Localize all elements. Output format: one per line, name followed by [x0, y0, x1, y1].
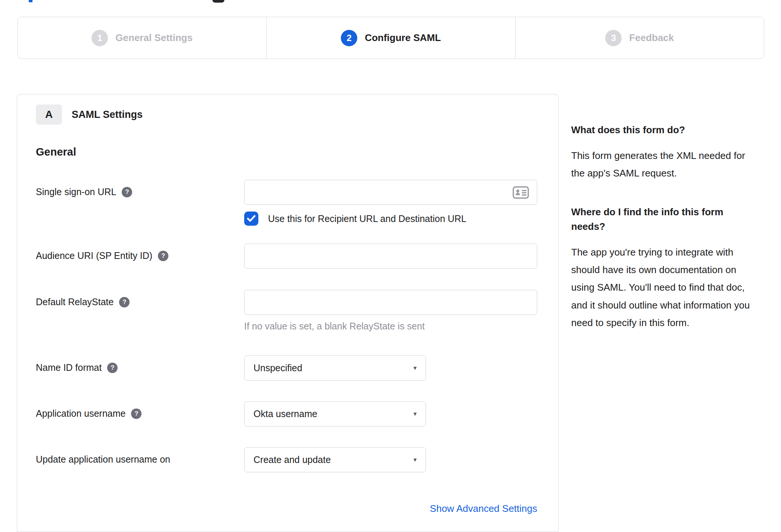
- select-value: Okta username: [253, 409, 317, 419]
- field-label: Application username: [36, 408, 125, 419]
- panel-bottom-divider: [17, 531, 558, 532]
- step-label: Configure SAML: [365, 32, 441, 44]
- sidebar-heading-what: What does this form do?: [571, 123, 760, 137]
- select-value: Create and update: [253, 454, 331, 465]
- field-label: Single sign-on URL: [36, 186, 116, 198]
- group-title: General: [36, 146, 537, 158]
- sidebar-body-what: This form generates the XML needed for t…: [571, 147, 760, 182]
- sidebar-heading-where: Where do I find the info this form needs…: [571, 205, 760, 234]
- help-icon[interactable]: ?: [107, 363, 118, 373]
- section-title: SAML Settings: [72, 109, 143, 121]
- use-for-recipient-checkbox[interactable]: [244, 212, 258, 226]
- default-relaystate-input[interactable]: [244, 290, 537, 315]
- update-application-username-select[interactable]: Create and update ▾: [244, 447, 426, 472]
- field-row-application-username: Application username ? Okta username ▾: [36, 401, 537, 426]
- help-icon[interactable]: ?: [158, 251, 168, 261]
- field-row-name-id-format: Name ID format ? Unspecified ▾: [36, 356, 537, 381]
- field-label: Audience URI (SP Entity ID): [36, 250, 152, 262]
- step-label: Feedback: [629, 32, 674, 44]
- step-number-badge: 3: [605, 30, 622, 46]
- show-advanced-settings-link[interactable]: Show Advanced Settings: [430, 503, 537, 514]
- chevron-down-icon: ▾: [413, 364, 417, 372]
- help-icon[interactable]: ?: [119, 297, 130, 307]
- step-label: General Settings: [115, 32, 193, 44]
- content-area: A SAML Settings General Single sign-on U…: [0, 94, 781, 532]
- help-icon[interactable]: ?: [131, 409, 141, 419]
- relaystate-hint: If no value is set, a blank RelayState i…: [244, 321, 537, 332]
- cropped-header-artifact-blue: [29, 0, 32, 2]
- name-id-format-select[interactable]: Unspecified ▾: [244, 356, 426, 381]
- audience-uri-input[interactable]: [244, 244, 537, 269]
- saml-settings-panel: A SAML Settings General Single sign-on U…: [17, 94, 558, 532]
- panel-header: A SAML Settings: [36, 104, 537, 125]
- step-number-badge: 2: [341, 30, 357, 46]
- wizard-stepper: 1 General Settings 2 Configure SAML 3 Fe…: [18, 17, 764, 59]
- chevron-down-icon: ▾: [413, 456, 417, 464]
- field-row-audience-uri: Audience URI (SP Entity ID) ?: [36, 244, 537, 269]
- single-sign-on-url-input[interactable]: [244, 180, 537, 205]
- step-configure-saml[interactable]: 2 Configure SAML: [266, 17, 515, 59]
- help-icon[interactable]: ?: [122, 187, 132, 197]
- select-value: Unspecified: [253, 363, 302, 373]
- field-label: Update application username on: [36, 454, 170, 465]
- field-label: Name ID format: [36, 362, 102, 373]
- sidebar-body-where: The app you're trying to integrate with …: [571, 244, 760, 332]
- field-label: Default RelayState: [36, 296, 113, 308]
- chevron-down-icon: ▾: [413, 410, 417, 418]
- field-row-update-application-username: Update application username on Create an…: [36, 447, 537, 472]
- cropped-header-artifact-dark: [212, 0, 224, 3]
- field-row-single-sign-on-url: Single sign-on URL ?: [36, 180, 537, 226]
- recipient-url-checkbox-row: Use this for Recipient URL and Destinati…: [244, 212, 537, 226]
- checkbox-label: Use this for Recipient URL and Destinati…: [268, 213, 466, 224]
- step-number-badge: 1: [91, 30, 108, 46]
- field-row-default-relaystate: Default RelayState ? If no value is set,…: [36, 290, 537, 332]
- contact-card-icon: [513, 186, 529, 199]
- step-general-settings[interactable]: 1 General Settings: [18, 17, 266, 59]
- application-username-select[interactable]: Okta username ▾: [244, 401, 426, 426]
- help-sidebar: What does this form do? This form genera…: [571, 94, 760, 354]
- section-badge: A: [36, 104, 62, 125]
- step-feedback[interactable]: 3 Feedback: [515, 17, 764, 59]
